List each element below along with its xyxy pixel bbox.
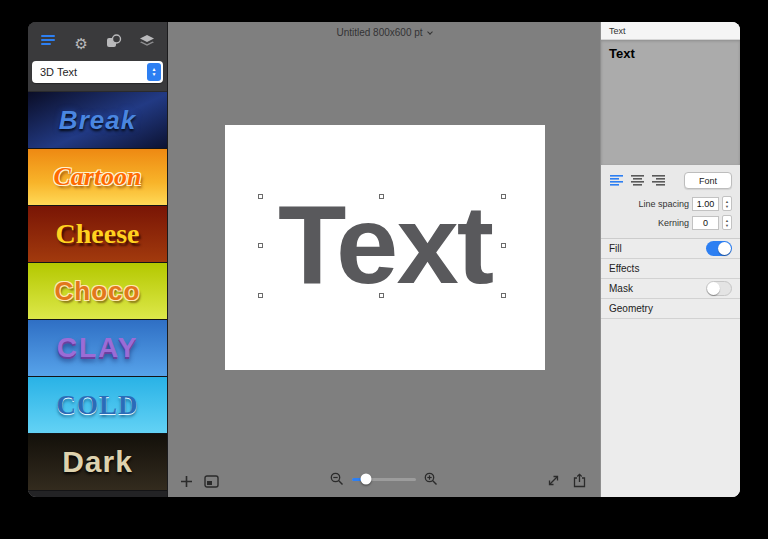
preset-dark[interactable]: Dark <box>28 434 167 491</box>
shapes-icon <box>106 34 122 52</box>
sidebar-tabs: ⚙ <box>32 30 163 56</box>
chevron-down-icon <box>427 29 433 35</box>
zoom-out-icon <box>330 472 344 486</box>
preset-choco[interactable]: Choco <box>28 263 167 320</box>
preset-label: Cheese <box>56 218 140 250</box>
section-label: Fill <box>609 243 622 254</box>
align-center-button[interactable] <box>630 174 646 187</box>
preset-label: Dark <box>62 445 133 479</box>
tab-layers[interactable] <box>135 32 159 54</box>
align-right-icon <box>652 175 666 186</box>
dropdown-stepper-icon: ▲▼ <box>147 63 161 81</box>
preset-clay[interactable]: CLAY <box>28 320 167 377</box>
artboard-frame-button[interactable] <box>204 475 219 488</box>
sidebar-toolbar: ⚙ <box>28 22 167 92</box>
canvas-bottombar-right <box>547 473 586 488</box>
selection-handle[interactable] <box>501 243 506 248</box>
preset-label: Choco <box>55 276 141 307</box>
kerning-row: Kerning ▲▼ <box>609 215 732 230</box>
selection-handle[interactable] <box>379 293 384 298</box>
document-title[interactable]: Untitled 800x600 pt <box>168 27 600 38</box>
style-category-value: 3D Text <box>40 66 77 78</box>
plus-icon <box>180 475 193 488</box>
text-controls: Font Line spacing ▲▼ Kerning ▲▼ <box>601 165 740 239</box>
inspector-sections: FillEffectsMaskGeometry <box>601 239 740 319</box>
artboard-frame-icon <box>204 475 219 488</box>
zoom-in-icon <box>424 472 438 486</box>
selection-handle[interactable] <box>258 194 263 199</box>
kerning-input[interactable] <box>692 216 719 230</box>
selection-handle[interactable] <box>501 293 506 298</box>
mask-toggle[interactable] <box>706 281 732 296</box>
canvas-bottombar-left <box>180 475 219 488</box>
share-button[interactable] <box>573 473 586 488</box>
fill-toggle[interactable] <box>706 241 732 256</box>
styles-list-icon <box>40 34 56 52</box>
align-right-button[interactable] <box>651 174 667 187</box>
font-button[interactable]: Font <box>684 172 732 189</box>
section-geometry[interactable]: Geometry <box>601 299 740 319</box>
artboard[interactable]: Text <box>225 125 545 370</box>
selection-box[interactable] <box>261 197 503 295</box>
selection-handle[interactable] <box>379 194 384 199</box>
inspector-header-label: Text <box>609 26 626 36</box>
document-title-text: Untitled 800x600 pt <box>336 27 422 38</box>
sidebar: ⚙ <box>28 22 168 497</box>
share-icon <box>573 473 586 488</box>
layers-icon <box>139 34 155 52</box>
preset-cold[interactable]: COLD <box>28 377 167 434</box>
gear-icon: ⚙ <box>74 36 87 51</box>
section-mask[interactable]: Mask <box>601 279 740 299</box>
tab-settings[interactable]: ⚙ <box>69 32 93 54</box>
preset-label: Cartoon <box>53 162 141 192</box>
line-spacing-label: Line spacing <box>638 199 689 209</box>
fullscreen-button[interactable] <box>547 474 560 487</box>
selection-handle[interactable] <box>258 243 263 248</box>
zoom-controls <box>330 472 438 486</box>
kerning-stepper[interactable]: ▲▼ <box>722 215 732 230</box>
line-spacing-stepper[interactable]: ▲▼ <box>722 196 732 211</box>
add-object-button[interactable] <box>180 475 193 488</box>
zoom-slider[interactable] <box>352 478 416 481</box>
preset-list: BreakCartoonCheeseChocoCLAYCOLDDark <box>28 92 167 497</box>
kerning-label: Kerning <box>658 218 689 228</box>
preset-label: Break <box>59 105 136 136</box>
inspector-empty-space <box>601 319 740 497</box>
style-category-dropdown[interactable]: 3D Text ▲▼ <box>32 61 163 83</box>
align-left-button[interactable] <box>609 174 625 187</box>
section-fill[interactable]: Fill <box>601 239 740 259</box>
alignment-row: Font <box>609 172 732 189</box>
inspector-panel: Text Text <box>600 22 740 497</box>
tab-styles[interactable] <box>36 32 60 54</box>
line-spacing-input[interactable] <box>692 197 719 211</box>
selection-handle[interactable] <box>501 194 506 199</box>
preset-cheese[interactable]: Cheese <box>28 206 167 263</box>
section-label: Mask <box>609 283 633 294</box>
selection-handle[interactable] <box>258 293 263 298</box>
preset-break[interactable]: Break <box>28 92 167 149</box>
section-label: Geometry <box>609 303 653 314</box>
zoom-in-button[interactable] <box>424 472 438 486</box>
text-content-field[interactable]: Text <box>601 40 740 165</box>
line-spacing-row: Line spacing ▲▼ <box>609 196 732 211</box>
expand-icon <box>547 474 560 487</box>
preset-cartoon[interactable]: Cartoon <box>28 149 167 206</box>
align-center-icon <box>631 175 645 186</box>
preset-label: COLD <box>56 390 138 421</box>
tab-shapes[interactable] <box>102 32 126 54</box>
zoom-slider-knob[interactable] <box>361 474 372 485</box>
zoom-out-button[interactable] <box>330 472 344 486</box>
section-label: Effects <box>609 263 639 274</box>
preset-label: CLAY <box>57 332 139 364</box>
screenshot-stage: ⚙ <box>0 0 768 539</box>
inspector-header: Text <box>601 22 740 40</box>
align-left-icon <box>610 175 624 186</box>
text-content-value: Text <box>609 46 635 61</box>
canvas-area[interactable]: Untitled 800x600 pt Text <box>168 22 600 497</box>
app-window: ⚙ <box>28 22 740 497</box>
section-effects[interactable]: Effects <box>601 259 740 279</box>
